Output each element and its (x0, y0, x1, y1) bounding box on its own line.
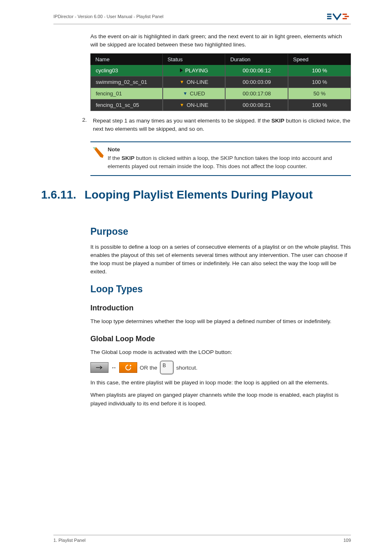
down-caret-icon: ▼ (180, 102, 184, 107)
play-icon (180, 68, 183, 72)
cell-duration: 00:00:17:08 (225, 88, 288, 99)
global-line1: The Global Loop mode is activated with t… (90, 348, 351, 356)
global-loop-heading: Global Loop Mode (90, 335, 351, 343)
playlist-mode-button[interactable] (90, 362, 108, 373)
cell-status: ▼CUED (163, 88, 226, 99)
cell-name: cycling03 (90, 65, 163, 76)
section-number: 1.6.11. (0, 188, 76, 201)
cell-speed: 100 % (288, 99, 351, 111)
svg-rect-3 (343, 14, 347, 15)
col-status: Status (163, 54, 226, 65)
note-prefix: If the (108, 155, 122, 161)
global-line3: When playlists are played on ganged play… (90, 391, 351, 408)
note-suffix: button is clicked within a loop, the SKI… (108, 155, 332, 169)
down-caret-icon: ▼ (183, 91, 187, 96)
cell-status: PLAYING (163, 65, 226, 76)
step-text: Repeat step 1 as many times as you want … (93, 117, 351, 134)
cell-duration: 00:00:06:12 (225, 65, 288, 76)
cell-duration: 00:00:03:09 (225, 76, 288, 88)
cell-name: fencing_01_sc_05 (90, 99, 163, 111)
page-header: IPDirector - Version 6.00 - User Manual … (53, 0, 351, 24)
introduction-text: The loop type determines whether the loo… (90, 317, 351, 326)
down-caret-icon: ▼ (180, 79, 184, 84)
svg-rect-1 (327, 16, 332, 17)
intro-text: As the event on-air is highlighted in da… (90, 32, 351, 49)
evs-logo (327, 12, 351, 21)
svg-rect-5 (343, 18, 347, 19)
status-text: PLAYING (185, 67, 208, 74)
footer-right: 109 (344, 538, 351, 543)
cell-name: swimmimg_02_sc_01 (90, 76, 163, 88)
svg-marker-9 (130, 365, 132, 367)
page-footer: 1. Playlist Panel 109 (53, 535, 351, 543)
note-box: Note If the SKIP button is clicked withi… (90, 141, 351, 176)
introduction-heading: Introduction (90, 304, 351, 312)
txt-bold: SKIP (272, 118, 285, 124)
purpose-text: It is possible to define a loop on a ser… (90, 243, 351, 276)
col-name: Name (90, 54, 163, 65)
note-label: Note (108, 146, 351, 153)
cell-status: ▼ON-LINE (163, 76, 226, 88)
step-num: 2. (82, 117, 88, 134)
loop-types-heading: Loop Types (90, 284, 351, 295)
status-text: ON-LINE (187, 102, 208, 108)
step-2: 2. Repeat step 1 as many times as you wa… (82, 117, 351, 134)
or-the-text: OR the (140, 365, 157, 371)
svg-rect-2 (327, 18, 332, 19)
cell-speed: 100 % (288, 65, 351, 76)
section-heading: 1.6.11. Looping Playlist Elements During… (0, 188, 392, 201)
cell-duration: 00:00:08:21 (225, 99, 288, 111)
section-title: Looping Playlist Elements During Playout (85, 188, 313, 201)
status-text: CUED (190, 90, 205, 97)
shortcut-suffix: shortcut. (176, 365, 198, 371)
cell-status: ▼ON-LINE (163, 99, 226, 111)
pencil-icon (92, 146, 104, 159)
note-text: If the SKIP button is clicked within a l… (108, 154, 351, 171)
status-text: ON-LINE (187, 79, 208, 85)
note-bold: SKIP (122, 155, 135, 161)
footer-left: 1. Playlist Panel (53, 538, 85, 543)
toggle-icon: ↔ (111, 364, 117, 371)
loop-button[interactable] (119, 362, 137, 373)
col-duration: Duration (225, 54, 288, 65)
purpose-heading: Purpose (90, 226, 351, 237)
b-key: B (160, 361, 174, 375)
breadcrumb: IPDirector - Version 6.00 - User Manual … (53, 14, 164, 19)
loop-button-line: ↔ OR the B shortcut. (90, 361, 351, 375)
cell-speed: 50 % (288, 88, 351, 99)
svg-rect-4 (345, 16, 349, 17)
cell-name: fencing_01 (90, 88, 163, 99)
cell-speed: 100 % (288, 76, 351, 88)
global-line2: In this case, the entire playlist will b… (90, 379, 351, 387)
txt-prefix: Repeat step 1 as many times as you want … (93, 118, 272, 124)
col-speed: Speed (288, 54, 351, 65)
status-table: Name Status Duration Speed cycling03 PLA… (90, 53, 351, 111)
svg-rect-0 (327, 14, 332, 15)
